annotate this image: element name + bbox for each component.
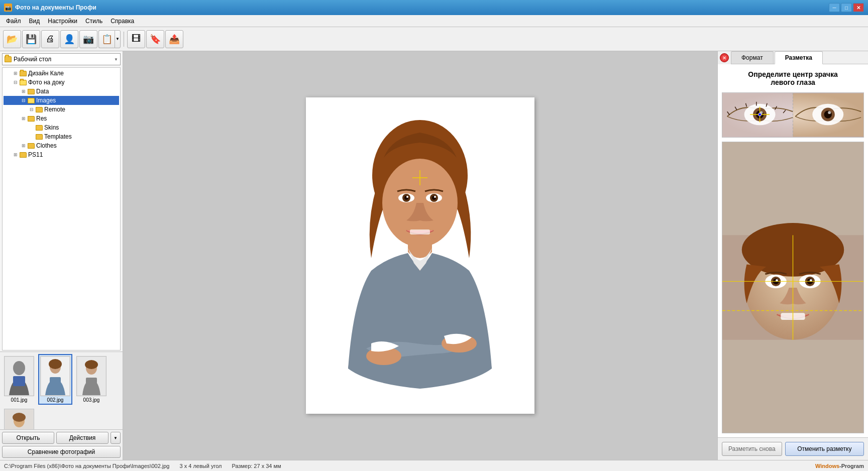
toolbar-separator [124, 32, 124, 47]
face-image-container[interactable] [722, 142, 864, 433]
svg-point-9 [85, 360, 98, 369]
menu-file[interactable]: Файл [2, 16, 25, 26]
tree-item-templates[interactable]: ⊟ Templates [4, 132, 119, 141]
minimize-btn[interactable]: ─ [829, 3, 840, 12]
right-panel-content: Определите центр зрачкалевого глаза [718, 64, 868, 437]
panel-close-btn[interactable]: ✕ [720, 53, 729, 62]
tree-label: Clothes [36, 142, 57, 149]
thumbnail-photo2[interactable]: Photo 2.jpg [2, 407, 36, 429]
svg-point-40 [824, 110, 832, 119]
status-bar: C:\Program Files (x86)\Фото на документы… [0, 460, 868, 471]
tree-toggle[interactable]: ⊞ [12, 151, 20, 159]
menu-settings[interactable]: Настройки [44, 16, 81, 26]
redo-markup-btn[interactable]: Разметить снова [722, 442, 782, 456]
svg-point-25 [406, 196, 408, 198]
left-panel-buttons: Открыть Действия ▼ Сравнение фотографий [0, 429, 123, 460]
thumbnail-img-002 [40, 356, 70, 396]
right-panel-buttons: Разметить снова Отменить разметку [718, 437, 868, 460]
status-ratio: 3 x 4 левый угол [179, 463, 222, 469]
compare-btn[interactable]: Сравнение фотографий [2, 446, 121, 458]
svg-rect-2 [13, 376, 25, 386]
thumbnail-img-photo2 [4, 409, 34, 429]
tab-layout[interactable]: Разметка [775, 51, 823, 64]
camera-btn[interactable]: 📷 [79, 30, 97, 48]
tree-toggle[interactable]: ⊟ [12, 78, 20, 86]
svg-rect-27 [410, 229, 430, 234]
menu-view[interactable]: Вид [25, 16, 44, 26]
center-area [123, 51, 717, 460]
svg-rect-6 [50, 377, 61, 386]
layout-btn-main[interactable]: 📋 [98, 30, 115, 48]
status-brand: Windows-Program [815, 463, 864, 469]
tree-label: Фото на доку [28, 79, 65, 86]
tree-label: Images [36, 97, 56, 104]
tree-toggle[interactable]: ⊞ [20, 87, 28, 95]
tree-item-ps11[interactable]: ⊞ PS11 [4, 150, 119, 159]
right-panel: ✕ Формат Разметка Определите центр зрачк… [717, 51, 868, 460]
folder-selector[interactable]: Рабочий стол ▼ [2, 53, 121, 65]
tree-item-images[interactable]: ⊟ Images [4, 96, 119, 105]
thumbnail-panel[interactable]: 001.jpg 002.jpg [0, 351, 123, 429]
tree-item-skins[interactable]: ⊟ Skins [4, 123, 119, 132]
tree-item-remote[interactable]: ⊟ Remote [4, 105, 119, 114]
svg-point-41 [828, 111, 831, 114]
thumbnail-label-001: 001.jpg [11, 397, 28, 403]
tree-item-dizain[interactable]: ⊞ Дизайн Кале [4, 69, 119, 78]
tree-item-clothes[interactable]: ⊞ Clothes [4, 141, 119, 150]
tree-label: Skins [44, 124, 59, 131]
cancel-markup-btn[interactable]: Отменить разметку [785, 442, 864, 456]
tree-item-res[interactable]: ⊞ Res [4, 114, 119, 123]
face-image [722, 142, 863, 433]
svg-point-1 [13, 361, 25, 375]
tree-toggle[interactable]: ⊟ [20, 96, 28, 104]
close-btn[interactable]: ✕ [853, 3, 864, 12]
tree-toggle[interactable]: ⊞ [12, 69, 20, 77]
folder-selector-label: Рабочий стол [14, 56, 114, 63]
svg-point-13 [13, 413, 26, 422]
status-path: C:\Program Files (x86)\Фото на документы… [4, 463, 169, 469]
eye-image-container[interactable] [722, 92, 864, 138]
btn-row-top: Открыть Действия ▼ [2, 432, 121, 444]
print-btn[interactable]: 🖨 [41, 30, 59, 48]
thumbnail-img-001 [4, 356, 34, 396]
tree-label: PS11 [28, 151, 43, 158]
film-btn[interactable]: 🎞 [127, 30, 145, 48]
tree-item-data[interactable]: ⊞ Data [4, 87, 119, 96]
menu-bar: Файл Вид Настройки Стиль Справка [0, 15, 868, 27]
restore-btn[interactable]: □ [841, 3, 852, 12]
tree-toggle[interactable]: ⊞ [20, 114, 28, 123]
folder-icon [20, 71, 27, 76]
open-btn[interactable]: Открыть [2, 432, 54, 444]
main-layout: Рабочий стол ▼ ⊞ Дизайн Кале ⊟ Фото на д… [0, 51, 868, 460]
thumbnail-002[interactable]: 002.jpg [38, 354, 72, 405]
menu-help[interactable]: Справка [106, 16, 138, 26]
layout-btn-arrow[interactable]: ▼ [115, 30, 121, 48]
menu-style[interactable]: Стиль [81, 16, 106, 26]
layout-split-btn: 📋 ▼ [98, 30, 121, 48]
tree-toggle[interactable]: ⊞ [20, 142, 28, 150]
tree-toggle[interactable]: ⊟ [28, 105, 36, 113]
tree-item-foto[interactable]: ⊟ Фото на доку [4, 78, 119, 87]
folder-selector-icon [5, 56, 12, 62]
toolbar: 📂 💾 🖨 👤 📷 📋 ▼ 🎞 🔖 📤 [0, 27, 868, 51]
file-tree[interactable]: ⊞ Дизайн Кале ⊟ Фото на доку ⊞ Data ⊟ Im… [2, 67, 121, 350]
tab-format[interactable]: Формат [731, 51, 774, 64]
save-btn[interactable]: 💾 [22, 30, 40, 48]
actions-dropdown-btn[interactable]: ▼ [111, 432, 121, 444]
tree-label: Res [36, 115, 47, 122]
thumbnail-003[interactable]: 003.jpg [74, 354, 108, 405]
tree-label: Templates [44, 133, 72, 140]
folder-icon-open [20, 80, 27, 85]
thumbnail-img-003 [76, 356, 106, 396]
btn-row-bottom: Сравнение фотографий [2, 446, 121, 458]
thumbnail-label-002: 002.jpg [47, 397, 64, 403]
actions-btn[interactable]: Действия [56, 432, 108, 444]
open-folder-btn[interactable]: 📂 [3, 30, 21, 48]
tree-label: Remote [44, 106, 65, 113]
window-controls: ─ □ ✕ [829, 3, 864, 12]
person-btn[interactable]: 👤 [60, 30, 78, 48]
thumbnail-001[interactable]: 001.jpg [2, 354, 36, 405]
export-btn[interactable]: 📤 [165, 30, 183, 48]
watermark-btn[interactable]: 🔖 [146, 30, 164, 48]
svg-point-5 [49, 359, 62, 369]
